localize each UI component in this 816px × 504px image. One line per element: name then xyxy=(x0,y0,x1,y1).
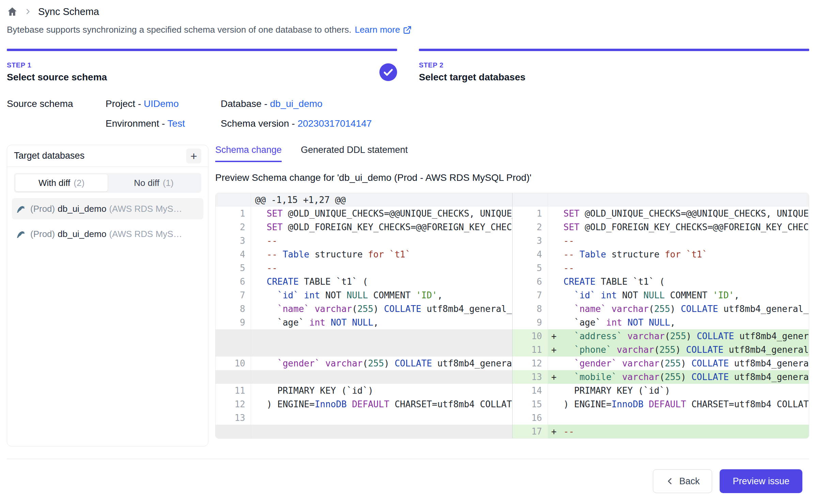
diff-code-row: 11 PRIMARY KEY (`id`) xyxy=(216,384,512,397)
diff-line-number: 13 xyxy=(216,411,251,425)
diff-pane-source[interactable]: @@ -1,15 +1,27 @@1SET @OLD_UNIQUE_CHECKS… xyxy=(216,193,513,438)
step-1-progress-bar xyxy=(7,49,397,51)
diff-code-row: 3-- xyxy=(513,234,809,248)
diff-line-number: 3 xyxy=(513,234,548,248)
diff-marker xyxy=(548,275,564,288)
diff-code-line xyxy=(564,411,809,425)
diff-line-number: 4 xyxy=(513,248,548,261)
diff-code-line: `age` int NOT NULL, xyxy=(267,316,512,329)
database-list-item[interactable]: (Prod) db_ui_demo (AWS RDS MyS… xyxy=(12,198,203,219)
database-instance: (AWS RDS MyS… xyxy=(109,229,182,239)
field-project: Project - UIDemo xyxy=(106,98,221,109)
diff-line-number: 13 xyxy=(513,370,548,384)
mysql-icon xyxy=(16,203,27,214)
step-2[interactable]: STEP 2 Select target databases xyxy=(419,49,809,83)
tab-with-diff[interactable]: With diff (2) xyxy=(15,174,108,191)
environment-link[interactable]: Test xyxy=(168,118,185,129)
diff-code-line: `gender` varchar(255) COLLATE utf8mb4_ge… xyxy=(564,357,809,370)
diff-line-number: 6 xyxy=(216,275,251,288)
database-list-item[interactable]: (Prod) db_ui_demo (AWS RDS MyS… xyxy=(12,223,203,245)
project-link[interactable]: UIDemo xyxy=(144,98,179,109)
back-button-label: Back xyxy=(679,476,700,487)
diff-marker xyxy=(548,248,564,261)
diff-code-line: `mobile` varchar(255) COLLATE utf8mb4_ge… xyxy=(564,370,809,384)
learn-more-link[interactable]: Learn more xyxy=(355,25,412,35)
diff-line-number: 9 xyxy=(513,316,548,329)
diff-marker xyxy=(251,207,267,220)
diff-line-number: 6 xyxy=(513,275,548,288)
diff-marker xyxy=(548,411,564,425)
diff-code-line: `gender` varchar(255) COLLATE utf8mb4_ge… xyxy=(267,357,512,370)
diff-code-line: `name` varchar(255) COLLATE utf8mb4_gene… xyxy=(564,302,809,316)
diff-code-line: `age` int NOT NULL, xyxy=(564,316,809,329)
database-link[interactable]: db_ui_demo xyxy=(270,98,323,109)
diff-code-line: `id` int NOT NULL COMMENT 'ID', xyxy=(564,288,809,302)
diff-line-number xyxy=(216,425,251,438)
diff-marker xyxy=(548,384,564,397)
diff-code-line: -- xyxy=(564,425,809,438)
diff-code-line: -- Table structure for `t1` xyxy=(267,248,512,261)
preview-issue-button[interactable]: Preview issue xyxy=(720,469,802,493)
diff-line-number xyxy=(216,193,251,207)
diff-code-line: ) ENGINE=InnoDB DEFAULT CHARSET=utf8mb4 … xyxy=(564,397,809,411)
external-link-icon xyxy=(403,26,412,34)
diff-line-number: 1 xyxy=(513,207,548,220)
tab-with-diff-count: (2) xyxy=(74,178,84,188)
field-environment-label: Environment - xyxy=(106,118,168,129)
tab-no-diff[interactable]: No diff (1) xyxy=(108,174,200,191)
tab-no-diff-count: (1) xyxy=(163,178,174,188)
add-target-database-button[interactable]: + xyxy=(186,148,201,163)
diff-line-number xyxy=(216,370,251,384)
diff-line-number xyxy=(513,193,548,207)
diff-marker xyxy=(251,234,267,248)
diff-line-number: 7 xyxy=(513,288,548,302)
diff-marker xyxy=(548,397,564,411)
stepper: STEP 1 Select source schema STEP 2 Selec… xyxy=(7,49,809,83)
diff-marker xyxy=(548,302,564,316)
diff-line-number: 7 xyxy=(216,288,251,302)
diff-marker xyxy=(251,384,267,397)
diff-code-row: 10 `gender` varchar(255) COLLATE utf8mb4… xyxy=(216,357,512,370)
diff-gap-row xyxy=(216,329,512,357)
description-text: Bytebase supports synchronizing a specif… xyxy=(7,25,351,35)
diff-code-row: 1SET @OLD_UNIQUE_CHECKS=@@UNIQUE_CHECKS,… xyxy=(216,207,512,220)
diff-added-marker: + xyxy=(548,425,564,438)
home-icon[interactable] xyxy=(7,6,18,17)
diff-pane-target[interactable]: 1SET @OLD_UNIQUE_CHECKS=@@UNIQUE_CHECKS,… xyxy=(513,193,809,438)
tab-generated-ddl[interactable]: Generated DDL statement xyxy=(301,145,408,162)
step-1-label: STEP 1 xyxy=(7,61,107,69)
step-1[interactable]: STEP 1 Select source schema xyxy=(7,49,397,83)
diff-line-number: 11 xyxy=(216,384,251,397)
schema-version-link[interactable]: 20230317014147 xyxy=(298,118,372,129)
preview-panel: Schema change Generated DDL statement Pr… xyxy=(215,145,809,446)
diff-code-row: 10+ `address` varchar(255) COLLATE utf8m… xyxy=(513,329,809,343)
diff-code-line: PRIMARY KEY (`id`) xyxy=(267,384,512,397)
diff-marker xyxy=(251,302,267,316)
diff-marker xyxy=(251,220,267,234)
diff-line-number: 5 xyxy=(513,261,548,275)
step-2-label: STEP 2 xyxy=(419,61,525,69)
diff-code-row: 12 `gender` varchar(255) COLLATE utf8mb4… xyxy=(513,357,809,370)
diff-marker xyxy=(251,288,267,302)
diff-hunk-header xyxy=(548,193,809,207)
diff-code-line: PRIMARY KEY (`id`) xyxy=(564,384,809,397)
back-button[interactable]: Back xyxy=(653,469,712,493)
diff-code-line: `address` varchar(255) COLLATE utf8mb4_g… xyxy=(564,329,809,343)
diff-marker xyxy=(548,234,564,248)
diff-code-line: CREATE TABLE `t1` ( xyxy=(267,275,512,288)
diff-line-number: 11 xyxy=(513,343,548,357)
diff-code-line: -- Table structure for `t1` xyxy=(564,248,809,261)
diff-code-line: `name` varchar(255) COLLATE utf8mb4_gene… xyxy=(267,302,512,316)
database-environment: (Prod) xyxy=(30,229,55,239)
diff-line-number: 17 xyxy=(513,425,548,438)
diff-code-line: ) ENGINE=InnoDB DEFAULT CHARSET=utf8mb4 … xyxy=(267,397,512,411)
diff-line-number: 4 xyxy=(216,248,251,261)
tab-schema-change[interactable]: Schema change xyxy=(215,145,282,162)
diff-code-row: 8 `name` varchar(255) COLLATE utf8mb4_ge… xyxy=(216,302,512,316)
diff-line-number: 1 xyxy=(216,207,251,220)
source-schema-label: Source schema xyxy=(7,98,106,129)
diff-added-marker: + xyxy=(548,329,564,343)
diff-marker xyxy=(548,261,564,275)
diff-marker xyxy=(251,397,267,411)
diff-marker xyxy=(548,316,564,329)
